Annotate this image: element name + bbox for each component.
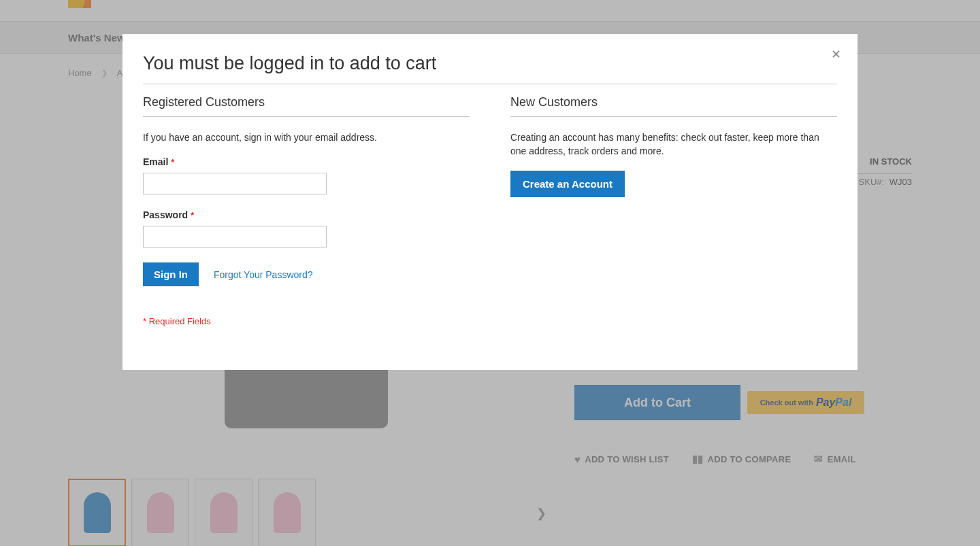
sign-in-button[interactable]: Sign In (143, 262, 199, 286)
modal-title: You must be logged in to add to cart (143, 53, 837, 84)
registered-intro: If you have an account, sign in with you… (143, 131, 470, 144)
new-customers-intro: Creating an account has many benefits: c… (510, 131, 837, 158)
password-label: Password* (143, 209, 194, 220)
registered-customers-section: Registered Customers If you have an acco… (143, 95, 470, 326)
required-fields-note: * Required Fields (143, 316, 470, 326)
email-label: Email* (143, 156, 174, 167)
new-customers-section: New Customers Creating an account has ma… (510, 95, 837, 326)
login-modal: ✕ You must be logged in to add to cart R… (122, 34, 858, 370)
modal-overlay: ✕ You must be logged in to add to cart R… (0, 0, 980, 546)
new-customers-heading: New Customers (510, 95, 837, 117)
close-icon[interactable]: ✕ (829, 48, 843, 61)
password-field[interactable] (143, 226, 327, 248)
email-field[interactable] (143, 173, 327, 194)
forgot-password-link[interactable]: Forgot Your Password? (214, 269, 313, 280)
create-account-button[interactable]: Create an Account (510, 171, 625, 197)
registered-heading: Registered Customers (143, 95, 470, 117)
